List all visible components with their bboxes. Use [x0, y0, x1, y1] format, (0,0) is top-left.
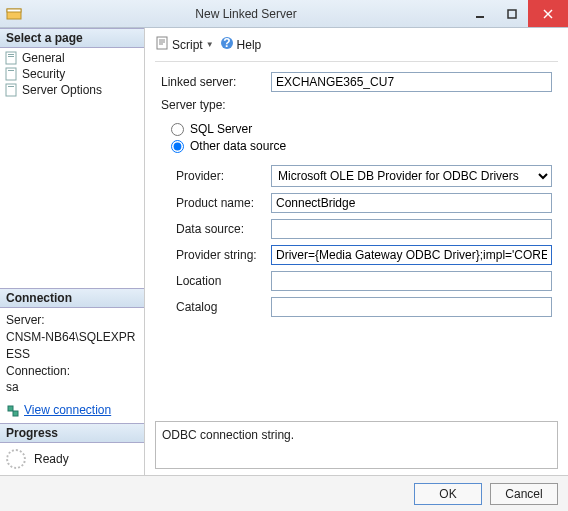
view-connection-link[interactable]: View connection — [6, 402, 138, 419]
select-page-header: Select a page — [0, 28, 144, 48]
help-button[interactable]: ? Help — [220, 36, 262, 53]
svg-rect-15 — [157, 37, 167, 49]
close-button[interactable] — [528, 0, 568, 27]
svg-text:?: ? — [223, 36, 230, 50]
server-type-label: Server type: — [161, 98, 552, 112]
svg-rect-13 — [8, 406, 13, 411]
minimize-button[interactable] — [464, 0, 496, 27]
svg-rect-6 — [6, 52, 16, 64]
catalog-input[interactable] — [271, 297, 552, 317]
window-title: New Linked Server — [28, 7, 464, 21]
page-icon — [4, 67, 18, 81]
svg-rect-3 — [508, 10, 516, 18]
progress-spinner-icon — [6, 449, 26, 469]
chevron-down-icon: ▼ — [206, 40, 214, 49]
connection-value: sa — [6, 379, 138, 396]
connection-icon — [6, 404, 20, 418]
sidebar-item-security[interactable]: Security — [4, 66, 140, 82]
data-source-input[interactable] — [271, 219, 552, 239]
svg-rect-1 — [7, 9, 21, 12]
description-box: ODBC connection string. — [155, 421, 558, 469]
dialog-footer: OK Cancel — [0, 475, 568, 511]
provider-string-input[interactable] — [271, 245, 552, 265]
ok-button[interactable]: OK — [414, 483, 482, 505]
script-button[interactable]: Script ▼ — [155, 36, 214, 53]
provider-label: Provider: — [176, 169, 271, 183]
help-label: Help — [237, 38, 262, 52]
location-input[interactable] — [271, 271, 552, 291]
script-label: Script — [172, 38, 203, 52]
server-label: Server: — [6, 312, 138, 329]
page-icon — [4, 51, 18, 65]
svg-rect-12 — [8, 86, 14, 87]
help-icon: ? — [220, 36, 234, 53]
svg-rect-7 — [8, 54, 14, 55]
sidebar: Select a page General Security Server Op… — [0, 28, 145, 475]
cancel-button[interactable]: Cancel — [490, 483, 558, 505]
description-text: ODBC connection string. — [162, 428, 294, 442]
connection-info: Server: CNSM-NB64\SQLEXPRESS Connection:… — [0, 308, 144, 423]
main-panel: Script ▼ ? Help Linked server: Server ty… — [145, 28, 568, 475]
sidebar-item-label: Security — [22, 67, 65, 81]
svg-rect-14 — [13, 411, 18, 416]
location-label: Location — [176, 274, 271, 288]
app-icon — [6, 6, 22, 22]
title-bar: New Linked Server — [0, 0, 568, 28]
maximize-button[interactable] — [496, 0, 528, 27]
provider-select[interactable]: Microsoft OLE DB Provider for ODBC Drive… — [271, 165, 552, 187]
data-source-label: Data source: — [176, 222, 271, 236]
product-name-input[interactable] — [271, 193, 552, 213]
svg-rect-11 — [6, 84, 16, 96]
sidebar-item-label: Server Options — [22, 83, 102, 97]
sidebar-item-server-options[interactable]: Server Options — [4, 82, 140, 98]
sql-server-radio[interactable] — [171, 123, 184, 136]
view-connection-label: View connection — [24, 402, 111, 419]
linked-server-input[interactable] — [271, 72, 552, 92]
script-icon — [155, 36, 169, 53]
connection-label: Connection: — [6, 363, 138, 380]
sidebar-item-label: General — [22, 51, 65, 65]
svg-rect-10 — [8, 70, 14, 71]
svg-rect-9 — [6, 68, 16, 80]
linked-server-label: Linked server: — [161, 75, 271, 89]
svg-rect-8 — [8, 56, 14, 57]
progress-status: Ready — [34, 452, 69, 466]
connection-header: Connection — [0, 288, 144, 308]
sidebar-item-general[interactable]: General — [4, 50, 140, 66]
other-source-radio-label: Other data source — [190, 139, 286, 153]
progress-header: Progress — [0, 423, 144, 443]
product-name-label: Product name: — [176, 196, 271, 210]
sql-server-radio-label: SQL Server — [190, 122, 252, 136]
catalog-label: Catalog — [176, 300, 271, 314]
provider-string-label: Provider string: — [176, 248, 271, 262]
server-value: CNSM-NB64\SQLEXPRESS — [6, 329, 138, 363]
other-source-radio[interactable] — [171, 140, 184, 153]
page-icon — [4, 83, 18, 97]
